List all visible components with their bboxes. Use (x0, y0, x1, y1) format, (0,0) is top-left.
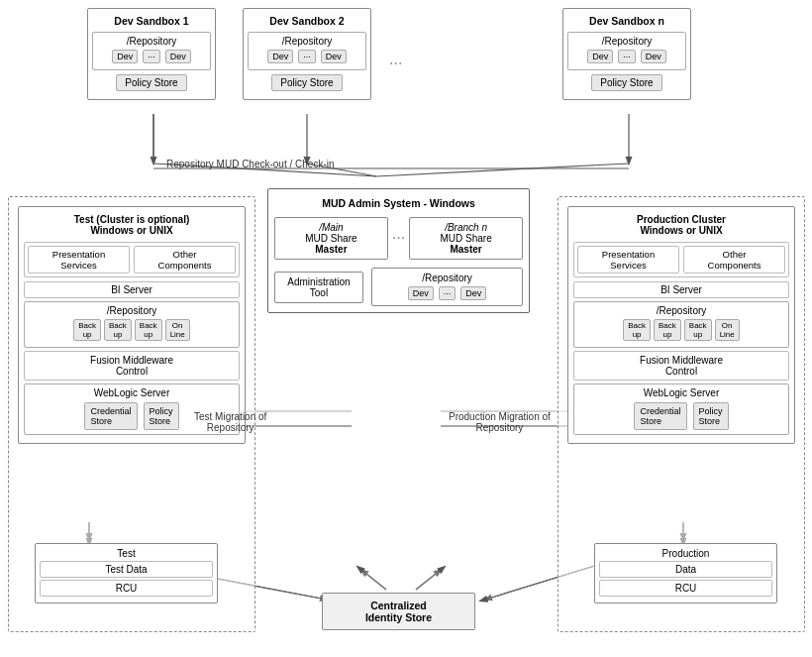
test-repo-btn-back1: Backup (73, 319, 101, 341)
test-rcu-label: RCU (40, 580, 213, 597)
svg-line-19 (361, 570, 386, 590)
test-credential-store: CredentialStore (84, 402, 137, 430)
mud-repo-label: /Repository (376, 273, 518, 283)
prod-presentation-services: PresentationServices (577, 246, 679, 274)
branch-mud-share: MUD Share (414, 233, 518, 244)
prod-weblogic-label: WebLogic Server (577, 387, 785, 398)
test-migration-label: Test Migration ofRepository (194, 411, 266, 433)
dev-sandbox-1-btn-dev2[interactable]: Dev (165, 50, 191, 63)
prod-fusion-middleware: Fusion MiddlewareControl (573, 351, 789, 381)
dev-sandbox-2-repo: /Repository (252, 36, 362, 47)
mud-repo-btn-ellipsis: ··· (439, 286, 457, 300)
prod-db-label: Production (599, 548, 772, 559)
test-cluster: Test (Cluster is optional)Windows or UNI… (18, 206, 246, 444)
mid-ellipsis: ··· (392, 229, 405, 247)
prod-other-components: OtherComponents (683, 246, 785, 274)
dev-sandbox-n-btn-dev2[interactable]: Dev (641, 50, 666, 63)
svg-line-21 (416, 570, 441, 590)
dev-sandbox-1-btn-dev1[interactable]: Dev (112, 50, 138, 63)
test-bi-server: BI Server (24, 281, 240, 298)
test-policy-store: PolicyStore (144, 402, 179, 430)
dev-sandbox-2-btn-dev2[interactable]: Dev (321, 50, 347, 63)
prod-repo-btn-back3: Backup (684, 319, 712, 341)
prod-bi-server: BI Server (573, 281, 789, 298)
prod-repo-btn-back2: Backup (654, 319, 681, 341)
mud-admin-system: MUD Admin System - Windows /Main MUD Sha… (267, 188, 530, 313)
dev-sandbox-n-btn-ellipsis: ··· (618, 50, 636, 63)
branch-master: Master (414, 244, 518, 255)
test-db-label: Test (40, 548, 213, 559)
test-repo-btn-back3: Backup (135, 319, 162, 341)
test-repo-label: /Repository (28, 305, 236, 316)
test-repo-btn-online: OnLine (165, 319, 190, 341)
centralized-identity-label: CentralizedIdentity Store (329, 600, 468, 623)
dev-sandbox-2-policy-store: Policy Store (271, 74, 342, 91)
test-fusion-middleware: Fusion MiddlewareControl (24, 351, 240, 381)
dev-sandbox-1-title: Dev Sandbox 1 (92, 13, 211, 29)
production-db: Production Data RCU (594, 543, 777, 603)
prod-rcu-label: RCU (599, 580, 772, 597)
production-migration-label: Production Migration ofRepository (449, 411, 551, 433)
dev-sandbox-n-title: Dev Sandbox n (567, 13, 686, 29)
dev-sandbox-1-policy-store: Policy Store (116, 74, 186, 91)
dev-sandbox-1-btn-ellipsis: ··· (143, 50, 160, 63)
prod-credential-store: CredentialStore (634, 402, 686, 430)
test-presentation-services: PresentationServices (28, 246, 130, 274)
prod-policy-store: PolicyStore (693, 402, 729, 430)
test-data-label: Test Data (40, 561, 213, 578)
dev-sandbox-1: Dev Sandbox 1 /Repository Dev ··· Dev Po… (87, 8, 216, 100)
production-cluster-title: Production ClusterWindows or UNIX (573, 212, 789, 238)
svg-line-20 (361, 570, 386, 590)
test-other-components: OtherComponents (134, 246, 236, 274)
checkin-label: Repository MUD Check-out / Check-in (166, 159, 335, 169)
svg-line-22 (416, 570, 441, 590)
admin-tool-label2: Tool (279, 287, 358, 298)
dev-sandbox-n: Dev Sandbox n /Repository Dev ··· Dev Po… (562, 8, 691, 100)
main-label: /Main (279, 222, 383, 233)
dev-sandbox-2: Dev Sandbox 2 /Repository Dev ··· Dev Po… (243, 8, 371, 100)
mud-repo-btn-dev2[interactable]: Dev (460, 286, 486, 300)
dev-sandbox-n-btn-dev1[interactable]: Dev (587, 50, 613, 63)
main-master: Master (279, 244, 383, 255)
dev-sandbox-1-repo: /Repository (96, 36, 207, 47)
branch-label: /Branch n (414, 222, 518, 233)
dev-sandbox-2-btn-dev1[interactable]: Dev (267, 50, 293, 63)
mud-admin-title: MUD Admin System - Windows (274, 195, 523, 211)
architecture-diagram: Dev Sandbox 1 /Repository Dev ··· Dev Po… (0, 0, 812, 657)
test-weblogic-label: WebLogic Server (28, 387, 236, 398)
dev-sandbox-n-repo: /Repository (571, 36, 682, 47)
prod-repo-label: /Repository (577, 305, 785, 316)
test-db: Test Test Data RCU (35, 543, 218, 603)
centralized-identity-store: CentralizedIdentity Store (322, 593, 475, 630)
dev-sandbox-2-btn-ellipsis: ··· (298, 50, 316, 63)
test-repo-btn-back2: Backup (104, 319, 132, 341)
prod-repo-btn-back1: Backup (623, 319, 651, 341)
dev-sandbox-2-title: Dev Sandbox 2 (248, 13, 366, 29)
sandbox-ellipsis: ··· (389, 55, 402, 72)
main-mud-share: MUD Share (279, 233, 383, 244)
dev-sandbox-n-policy-store: Policy Store (591, 74, 661, 91)
admin-tool-label: Administration (279, 276, 358, 287)
production-cluster: Production ClusterWindows or UNIX Presen… (567, 206, 795, 444)
prod-data-label: Data (599, 561, 772, 578)
test-cluster-title: Test (Cluster is optional)Windows or UNI… (24, 212, 240, 238)
prod-repo-btn-online: OnLine (715, 319, 740, 341)
svg-line-6 (376, 164, 629, 176)
mud-repo-btn-dev1[interactable]: Dev (408, 286, 434, 300)
